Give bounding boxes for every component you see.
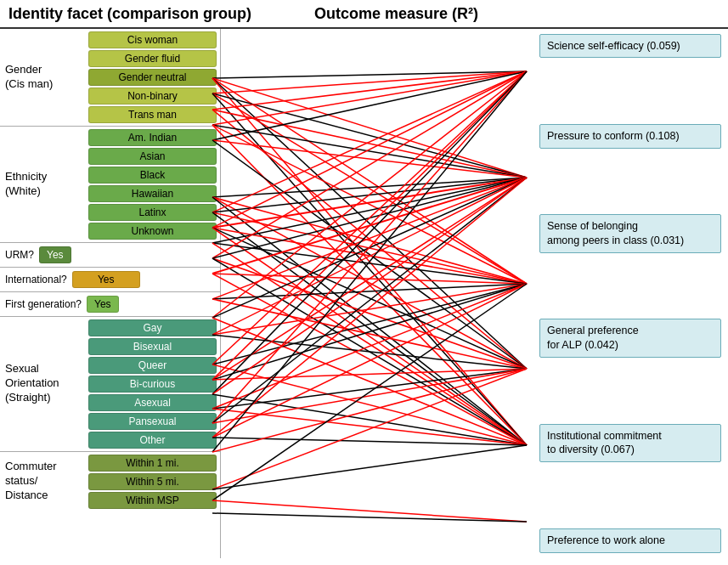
international-label: International? bbox=[5, 274, 67, 285]
svg-line-57 bbox=[212, 369, 527, 380]
svg-line-60 bbox=[212, 394, 527, 445]
ethnicity-label: Ethnicity(White) bbox=[0, 127, 85, 242]
header-row: Identity facet (comparison group) Outcom… bbox=[0, 0, 728, 29]
header-left-title: Identity facet (comparison group) bbox=[0, 5, 306, 24]
svg-line-24 bbox=[212, 178, 527, 212]
svg-line-66 bbox=[212, 369, 527, 423]
commuter-label: Commuterstatus/Distance bbox=[0, 452, 85, 511]
svg-line-44 bbox=[212, 299, 527, 369]
svg-line-0 bbox=[212, 71, 527, 78]
svg-line-22 bbox=[212, 197, 527, 445]
svg-line-11 bbox=[212, 110, 527, 369]
ethnicity-items: Am. Indian Asian Black Hawaiian Latinx U… bbox=[85, 127, 220, 242]
svg-line-17 bbox=[212, 140, 527, 178]
svg-line-42 bbox=[212, 178, 527, 299]
orientation-queer: Queer bbox=[88, 357, 217, 374]
urm-group: URM? Yes bbox=[0, 243, 220, 268]
svg-line-55 bbox=[212, 178, 527, 380]
svg-line-2 bbox=[212, 78, 527, 284]
svg-line-64 bbox=[212, 71, 527, 423]
orientation-asexual: Asexual bbox=[88, 394, 217, 411]
svg-line-20 bbox=[212, 197, 527, 284]
svg-line-59 bbox=[212, 178, 527, 394]
svg-line-10 bbox=[212, 110, 527, 178]
svg-line-54 bbox=[212, 71, 527, 380]
outcome-2: Pressure to conform (0.108) bbox=[539, 124, 721, 149]
svg-line-46 bbox=[212, 178, 527, 318]
svg-line-34 bbox=[212, 243, 527, 445]
urm-label: URM? bbox=[5, 249, 34, 261]
svg-line-43 bbox=[212, 284, 527, 299]
outcome-4: General preferencefor ALP (0.042) bbox=[539, 319, 721, 358]
svg-line-14 bbox=[212, 125, 527, 284]
gender-group: Gender(Cis man) Cis woman Gender fluid G… bbox=[0, 29, 220, 127]
svg-line-38 bbox=[212, 258, 527, 445]
gender-items: Cis woman Gender fluid Gender neutral No… bbox=[85, 29, 220, 126]
svg-line-75 bbox=[212, 500, 527, 522]
outcome-1: Science self-efficacy (0.059) bbox=[539, 34, 721, 59]
svg-line-47 bbox=[212, 318, 527, 445]
svg-line-16 bbox=[212, 71, 527, 140]
orientation-label: SexualOrientation(Straight) bbox=[0, 317, 85, 451]
svg-line-56 bbox=[212, 284, 527, 380]
outcome-column: Science self-efficacy (0.059) Pressure t… bbox=[533, 29, 728, 558]
firstgen-group: First generation? Yes bbox=[0, 292, 220, 317]
svg-line-71 bbox=[212, 369, 527, 452]
outcome-5: Institutional commitmentto diversity (0.… bbox=[539, 424, 721, 463]
svg-line-58 bbox=[212, 71, 527, 394]
orientation-group: SexualOrientation(Straight) Gay Bisexual… bbox=[0, 317, 220, 452]
svg-line-6 bbox=[212, 93, 527, 178]
svg-line-70 bbox=[212, 71, 527, 452]
gender-nonbinary: Non-binary bbox=[88, 88, 217, 105]
orientation-pansexual: Pansexual bbox=[88, 413, 217, 430]
international-yes: Yes bbox=[72, 271, 140, 288]
svg-line-19 bbox=[212, 178, 527, 197]
svg-line-48 bbox=[212, 178, 527, 335]
outcome-3: Sense of belongingamong peers in class (… bbox=[539, 214, 721, 253]
commuter-1mi: Within 1 mi. bbox=[88, 455, 217, 472]
svg-line-12 bbox=[212, 71, 527, 125]
ethnicity-hawaiian: Hawaiian bbox=[88, 185, 217, 202]
gender-label: Gender(Cis man) bbox=[0, 29, 85, 126]
svg-line-4 bbox=[212, 78, 527, 445]
ethnicity-asian: Asian bbox=[88, 148, 217, 165]
svg-line-3 bbox=[212, 78, 527, 369]
svg-line-61 bbox=[212, 284, 527, 409]
svg-line-25 bbox=[212, 212, 527, 284]
svg-line-50 bbox=[212, 335, 527, 369]
svg-line-53 bbox=[212, 364, 527, 445]
gender-neutral: Gender neutral bbox=[88, 69, 217, 86]
svg-line-31 bbox=[212, 228, 527, 445]
ethnicity-latinx: Latinx bbox=[88, 204, 217, 221]
svg-line-15 bbox=[212, 125, 527, 445]
urm-yes: Yes bbox=[39, 246, 71, 263]
svg-line-28 bbox=[212, 178, 527, 228]
main-content: Gender(Cis man) Cis woman Gender fluid G… bbox=[0, 29, 728, 558]
orientation-bisexual: Bisexual bbox=[88, 338, 217, 355]
orientation-items: Gay Bisexual Queer Bi-curious Asexual Pa… bbox=[85, 317, 220, 451]
firstgen-label: First generation? bbox=[5, 298, 82, 310]
svg-line-36 bbox=[212, 178, 527, 258]
svg-line-68 bbox=[212, 284, 527, 438]
svg-line-35 bbox=[212, 71, 527, 258]
svg-line-52 bbox=[212, 284, 527, 364]
svg-line-65 bbox=[212, 178, 527, 423]
orientation-bicurious: Bi-curious bbox=[88, 376, 217, 393]
firstgen-yes: Yes bbox=[87, 296, 119, 313]
svg-line-18 bbox=[212, 140, 527, 369]
commuter-items: Within 1 mi. Within 5 mi. Within MSP bbox=[85, 452, 220, 511]
svg-line-29 bbox=[212, 228, 527, 284]
svg-line-49 bbox=[212, 284, 527, 335]
ethnicity-unknown: Unknown bbox=[88, 223, 217, 240]
commuter-msp: Within MSP bbox=[88, 492, 217, 509]
svg-line-27 bbox=[212, 71, 527, 228]
international-group: International? Yes bbox=[0, 268, 220, 292]
outcome-6: Preference to work alone bbox=[539, 528, 721, 553]
svg-line-9 bbox=[212, 71, 527, 110]
svg-line-63 bbox=[212, 409, 527, 445]
ethnicity-am-indian: Am. Indian bbox=[88, 129, 217, 146]
page-container: Identity facet (comparison group) Outcom… bbox=[0, 0, 728, 565]
gender-trans-man: Trans man bbox=[88, 106, 217, 123]
orientation-gay: Gay bbox=[88, 319, 217, 336]
ethnicity-group: Ethnicity(White) Am. Indian Asian Black … bbox=[0, 127, 220, 243]
